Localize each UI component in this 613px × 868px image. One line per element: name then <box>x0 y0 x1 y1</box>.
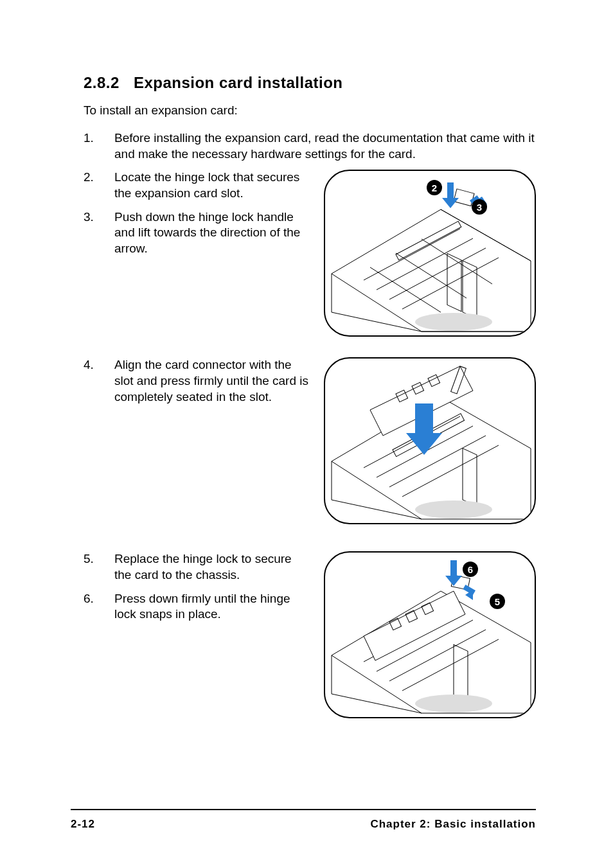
step-block-3: 5.Replace the hinge lock to secure the c… <box>84 551 536 731</box>
step-text: Push down the hinge lock handle and lift… <box>114 210 300 255</box>
steps-2-3: 2.Locate the hinge lock that secures the… <box>84 170 308 256</box>
manual-page: 2.8.2Expansion card installation To inst… <box>0 0 613 868</box>
svg-point-32 <box>415 500 492 518</box>
intro-text: To install an expansion card: <box>84 103 536 118</box>
section-title: Expansion card installation <box>134 74 343 91</box>
step-item: 2.Locate the hinge lock that secures the… <box>84 170 308 201</box>
chapter-label: Chapter 2: Basic installation <box>370 818 536 831</box>
step-text: Replace the hinge lock to secure the car… <box>114 552 292 581</box>
svg-point-47 <box>415 695 492 713</box>
step-item: 5.Replace the hinge lock to secure the c… <box>84 551 308 583</box>
step-text: Press down firmly until the hinge lock s… <box>114 592 290 621</box>
svg-marker-16 <box>442 182 459 208</box>
step-text: Align the card connector with the slot a… <box>114 358 308 403</box>
diagram-icon <box>325 359 536 524</box>
page-footer: 2-12 Chapter 2: Basic installation <box>71 818 536 831</box>
footer-rule <box>71 809 536 810</box>
svg-rect-33 <box>415 403 433 433</box>
svg-marker-0 <box>332 209 531 332</box>
step-block-1: 2.Locate the hinge lock that secures the… <box>84 170 536 343</box>
steps-5-6: 5.Replace the hinge lock to secure the c… <box>84 551 308 623</box>
figure-hinge-lock: 2 3 <box>324 170 536 337</box>
svg-point-15 <box>415 313 492 331</box>
section-heading: 2.8.2Expansion card installation <box>84 74 536 92</box>
step-item: 4.Align the card connector with the slot… <box>84 357 308 405</box>
step-item: 1.Before installing the expansion card, … <box>84 130 536 162</box>
page-number: 2-12 <box>71 818 95 831</box>
section-number: 2.8.2 <box>84 74 120 92</box>
steps-1: 1.Before installing the expansion card, … <box>84 130 536 162</box>
step-text: Locate the hinge lock that secures the e… <box>114 170 299 200</box>
step-block-2: 4.Align the card connector with the slot… <box>84 357 536 537</box>
steps-4: 4.Align the card connector with the slot… <box>84 357 308 405</box>
diagram-icon <box>325 553 536 718</box>
figure-insert-card <box>324 357 536 524</box>
svg-marker-48 <box>445 560 462 586</box>
svg-rect-14 <box>454 189 474 206</box>
step-item: 6.Press down firmly until the hinge lock… <box>84 591 308 623</box>
diagram-icon <box>325 171 536 337</box>
step-item: 3.Push down the hinge lock handle and li… <box>84 209 308 257</box>
step-text: Before installing the expansion card, re… <box>114 131 535 161</box>
figure-lock-hinge: 6 5 <box>324 551 536 718</box>
